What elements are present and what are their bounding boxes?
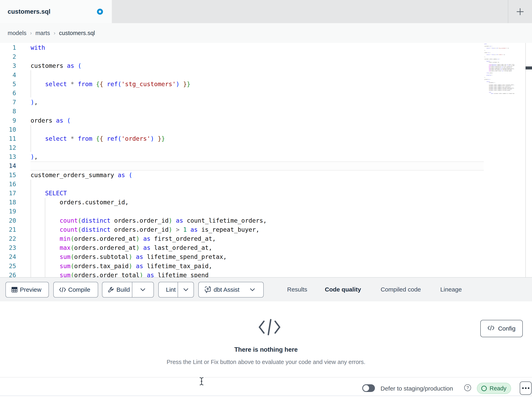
- code-icon: [488, 325, 494, 332]
- line-number: 25: [0, 261, 16, 271]
- lint-button[interactable]: Lint: [158, 282, 194, 298]
- indent-guide: [31, 125, 31, 152]
- code-line: min(orders.ordered_at) as first_ordered_…: [31, 234, 267, 243]
- line-number: 16: [0, 180, 16, 189]
- code-line: customer_orders_summary as (: [31, 170, 267, 180]
- line-number: 1: [0, 43, 16, 52]
- code-line: orders.customer_id,: [31, 198, 267, 207]
- code-line: ),: [31, 98, 267, 107]
- empty-state-title: There is nothing here: [0, 346, 532, 353]
- defer-toggle[interactable]: [362, 384, 375, 392]
- tab-customers-sql[interactable]: customers.sql: [0, 0, 112, 23]
- code-editor[interactable]: 1234567891011121314151617181920212223242…: [0, 43, 532, 277]
- tabbar-divider: [508, 0, 508, 23]
- button-label: Lint: [164, 286, 177, 293]
- line-number: 14: [0, 161, 16, 170]
- wrench-icon: [108, 286, 114, 293]
- ready-label: Ready: [490, 385, 507, 392]
- code-quality-panel: There is nothing here Press the Lint or …: [0, 301, 532, 377]
- line-number: 10: [0, 125, 16, 134]
- tab-title: customers.sql: [8, 8, 51, 15]
- sparkle-chat-icon: [204, 286, 212, 294]
- code-line: sum(orders.subtotal) as lifetime_spend_p…: [31, 252, 267, 261]
- code-line: sum(orders.tax_paid) as lifetime_tax_pai…: [31, 261, 267, 271]
- code-line: orders as (: [31, 116, 267, 125]
- code-line: [31, 71, 267, 79]
- code-line: [31, 161, 267, 170]
- ready-ring-icon: [481, 386, 487, 391]
- overflow-menu-button[interactable]: [520, 381, 532, 395]
- config-button[interactable]: Config: [480, 320, 523, 337]
- help-circle-icon[interactable]: ?: [464, 384, 471, 391]
- dbt-ide-window: customers.sql models›marts›customers.sql: [0, 0, 532, 398]
- status-bar: Defer to staging/production ? Ready: [0, 377, 532, 396]
- panel-tab-results[interactable]: Results: [285, 278, 310, 301]
- scrollbar-thumb[interactable]: [526, 66, 532, 69]
- line-number: 3: [0, 61, 16, 70]
- line-number: 19: [0, 207, 16, 216]
- toggle-knob: [363, 385, 369, 391]
- code-line: [31, 125, 267, 134]
- code-line: select * from {{ ref('orders') }}: [31, 134, 267, 143]
- line-number: 6: [0, 89, 16, 98]
- button-label: Build: [114, 286, 132, 293]
- line-number: 23: [0, 243, 16, 252]
- code-line: [31, 52, 267, 61]
- empty-state-description: Press the Lint or Fix button above to ev…: [0, 359, 532, 365]
- code-line: max(orders.ordered_at) as last_ordered_a…: [31, 243, 267, 252]
- minimap[interactable]: with customers as ( select * from {{ ref…: [484, 44, 514, 94]
- breadcrumb-item-models[interactable]: models: [8, 30, 26, 36]
- button-label: Preview: [18, 286, 44, 293]
- indent-guide: [31, 70, 31, 98]
- line-number: 18: [0, 198, 16, 207]
- panel-tab-code-quality[interactable]: Code quality: [316, 278, 370, 301]
- breadcrumb-separator: ›: [30, 30, 32, 36]
- code-line: SELECT: [31, 189, 267, 198]
- line-number: 12: [0, 143, 16, 152]
- code-slash-icon: [258, 319, 281, 337]
- line-number: 11: [0, 134, 16, 143]
- code-line: count(distinct orders.order_id) as count…: [31, 216, 267, 225]
- line-number: 20: [0, 216, 16, 225]
- code-line: [31, 107, 267, 116]
- code-line: count(distinct orders.order_id) > 1 as i…: [31, 225, 267, 234]
- line-number-gutter: 1234567891011121314151617181920212223242…: [0, 43, 16, 277]
- panel-tab-compiled-code[interactable]: Compiled code: [378, 278, 423, 301]
- line-number: 4: [0, 71, 16, 79]
- code-icon: [59, 287, 66, 293]
- action-toolbar: PreviewCompileBuildLintdbt AssistResults…: [0, 277, 532, 301]
- code-line: [31, 143, 267, 152]
- chevron-down-icon[interactable]: [241, 288, 263, 292]
- code-line: [31, 180, 267, 189]
- config-label: Config: [498, 325, 515, 332]
- panel-tab-lineage[interactable]: Lineage: [438, 278, 464, 301]
- line-number: 2: [0, 52, 16, 61]
- preview-button[interactable]: Preview: [6, 282, 49, 298]
- breadcrumb-item-customers-sql[interactable]: customers.sql: [59, 30, 95, 36]
- status-badge: Ready: [477, 383, 511, 394]
- line-number: 8: [0, 107, 16, 116]
- dbt-assist-button[interactable]: dbt Assist: [198, 282, 264, 298]
- code-line: with: [31, 43, 267, 52]
- breadcrumb-row: models›marts›customers.sql Save: [0, 23, 532, 43]
- tab-bar: customers.sql: [0, 0, 532, 23]
- line-number: 17: [0, 189, 16, 198]
- button-label: dbt Assist: [212, 286, 241, 293]
- code-line: select * from {{ ref('stg_customers') }}: [31, 79, 267, 89]
- chevron-down-icon[interactable]: [132, 288, 153, 292]
- breadcrumb-item-marts[interactable]: marts: [35, 30, 50, 36]
- breadcrumb: models›marts›customers.sql: [8, 23, 95, 43]
- line-number: 15: [0, 170, 16, 180]
- new-tab-button[interactable]: [515, 7, 525, 16]
- chevron-down-icon[interactable]: [178, 288, 194, 292]
- compile-button[interactable]: Compile: [53, 282, 98, 298]
- code-line: customers as (: [31, 61, 267, 70]
- line-number: 22: [0, 234, 16, 243]
- table-icon: [11, 286, 18, 293]
- line-number: 26: [0, 271, 16, 277]
- line-number: 5: [0, 79, 16, 89]
- indent-guide: [45, 198, 45, 277]
- code-line: sum(orders.order_total) as lifetime_spen…: [31, 271, 267, 277]
- build-button[interactable]: Build: [102, 282, 154, 298]
- indent-guide: [31, 180, 31, 277]
